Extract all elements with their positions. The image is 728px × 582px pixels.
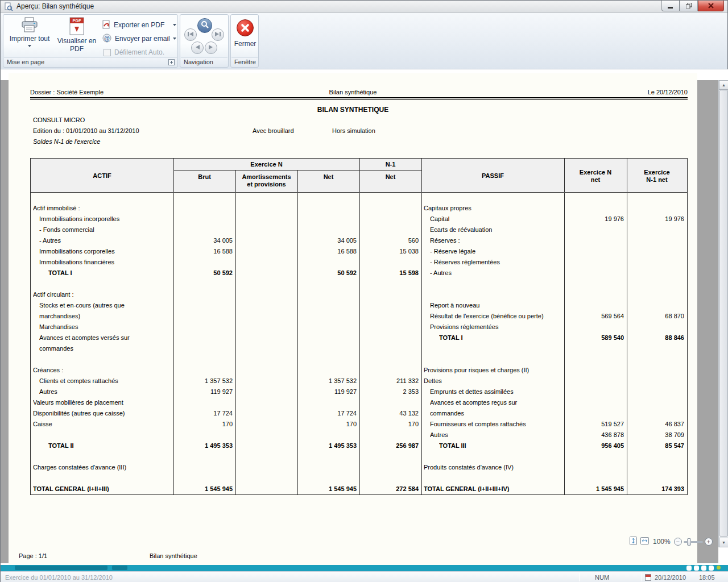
obscured-text-fragment (112, 566, 127, 570)
exporter-caret-icon[interactable] (173, 24, 176, 26)
table-row: Immobilisations corporelles16 58816 5881… (31, 246, 687, 257)
close-red-icon (237, 19, 254, 36)
visualiser-pdf-button[interactable]: PDF Visualiser en PDF (55, 17, 99, 63)
passif-label: Fournisseurs et comptes rattachés (430, 419, 561, 430)
table-row: Autres119 927119 9272 353Emprunts et det… (31, 386, 687, 397)
header-exercice-n1-net: Exercice N-1 net (627, 169, 687, 184)
restore-button[interactable] (680, 1, 698, 11)
table-row: Actif circulant : (31, 289, 687, 300)
header-brut: Brut (173, 173, 235, 181)
imprimer-tout-button[interactable]: Imprimer tout (7, 17, 52, 59)
actif-n1-value: 256 987 (359, 440, 419, 451)
defilement-auto-label: Défilement Auto. (114, 48, 164, 56)
passif-label: Report à nouveau (430, 300, 561, 311)
actif-brut-value: 1 357 532 (173, 376, 233, 386)
toolbar: Imprimer tout PDF Visualiser en PDF Expo… (1, 13, 727, 69)
nav-last-button[interactable] (212, 28, 224, 41)
page-margin-right (697, 80, 718, 563)
passif-label: Ecarts de réévaluation (430, 225, 561, 235)
passif-label: Capital (430, 214, 561, 225)
minimize-button[interactable] (661, 1, 680, 11)
actif-net-value: 50 592 (297, 268, 357, 278)
passif-label: - Réserve légale (430, 246, 561, 257)
zoom-bar: 100% − + (628, 535, 718, 548)
actif-label: Actif circulant : (33, 289, 171, 300)
envoyer-caret-icon[interactable] (173, 38, 176, 40)
table-row: Immobilisations incorporellesCapital19 9… (31, 214, 687, 225)
fermer-button[interactable]: Fermer (232, 18, 258, 58)
zoom-out-button[interactable]: − (674, 538, 682, 546)
passif-label: Provisions réglementées (430, 322, 561, 332)
passif-label: Résultat de l'exercice (bénéfice ou pert… (430, 311, 561, 322)
passif-label: Autres (430, 430, 561, 440)
nav-next-button[interactable] (205, 41, 217, 54)
doc-title: BILAN SYNTHETIQUE (9, 106, 697, 114)
header-exercice-n-net: Exercice N net (564, 169, 627, 184)
passif-n-value: 1 545 945 (564, 484, 624, 494)
actif-net-value: 1 545 945 (297, 484, 357, 494)
scroll-up-button[interactable]: ▲ (719, 80, 728, 90)
table-body: Actif immobilisé :Capitaux propresImmobi… (31, 193, 687, 494)
actif-net-value: 119 927 (297, 386, 357, 397)
pdf-file-icon: PDF (69, 29, 84, 37)
nav-first-button[interactable] (184, 28, 197, 41)
passif-label: Produits constatés d'avance (IV) (424, 462, 561, 473)
obscured-text-fragment (15, 566, 107, 570)
actif-net-value: 34 005 (297, 235, 357, 246)
actif-label: Charges constatées d'avance (III) (33, 462, 171, 473)
table-row: Clients et comptes rattachés1 357 5321 3… (31, 376, 687, 386)
table-row: Autres436 87838 709 (31, 430, 687, 440)
header-net-n1: Net (359, 173, 421, 181)
defilement-auto-checkbox[interactable]: Défilement Auto. (104, 47, 177, 57)
document-page: Dossier : Société Exemple Bilan synthéti… (9, 73, 697, 565)
scroll-down-button[interactable]: ▼ (719, 538, 728, 547)
status-exercice: Exercice du 01/01/2010 au 31/12/2010 (5, 574, 113, 581)
zoom-slider[interactable] (684, 541, 703, 543)
zoom-in-button[interactable]: + (705, 538, 713, 546)
header-exercice-n: Exercice N (173, 161, 359, 168)
actif-n1-value: 2 353 (359, 386, 419, 397)
actif-label: TOTAL II (48, 440, 171, 451)
preview-window-icon (4, 2, 13, 14)
scrollbar-thumb[interactable] (719, 90, 728, 537)
navigation-label: Navigation (184, 59, 213, 65)
footer-page-number: Page : 1/1 (19, 552, 47, 559)
header-net: Net (297, 173, 359, 181)
passif-n-value: 436 878 (564, 430, 624, 440)
actif-brut-value: 1 545 945 (173, 484, 233, 494)
fit-page-button[interactable] (628, 536, 638, 548)
passif-label: Réserves : (430, 235, 561, 246)
passif-n-value: 19 976 (564, 214, 624, 225)
passif-n1-value: 68 870 (627, 311, 684, 322)
passif-n1-value: 19 976 (627, 214, 684, 225)
vertical-scrollbar[interactable]: ▲ ▼ (718, 80, 728, 547)
close-button[interactable] (698, 1, 724, 11)
table-row: commandes (31, 343, 687, 354)
exporter-pdf-button[interactable]: Exporter en PDF (102, 20, 176, 30)
app-bar-behind (1, 565, 728, 571)
passif-label: - Autres (430, 268, 561, 278)
zoom-slider-handle[interactable] (687, 538, 691, 546)
title-bar: Aperçu: Bilan synthétique (1, 1, 727, 13)
actif-label: Valeurs mobilières de placement (33, 397, 171, 408)
company-name: CONSULT MICRO (33, 117, 85, 123)
zoom-tool-button[interactable] (197, 18, 212, 33)
status-bar: Exercice du 01/01/2010 au 31/12/2010 NUM… (1, 571, 728, 582)
actif-net-value: 17 724 (297, 408, 357, 419)
dialog-launcher-icon[interactable] (168, 59, 175, 65)
table-row: Stocks et en-cours (autres queReport à n… (31, 300, 687, 311)
envoyer-email-button[interactable]: @ Envoyer par email (102, 34, 176, 44)
first-page-icon (187, 30, 194, 40)
group-label-fenetre: Fenêtre (231, 57, 258, 66)
imprimer-tout-label: Imprimer tout (7, 35, 52, 43)
table-row: marchandises)Résultat de l'exercice (bén… (31, 311, 687, 322)
actif-label: - Fonds commercial (39, 225, 171, 235)
calendar-icon (645, 574, 651, 581)
fit-width-button[interactable] (640, 536, 650, 548)
app-logo-partial (701, 566, 706, 571)
actif-net-value: 1 495 353 (297, 440, 357, 451)
table-row: MarchandisesProvisions réglementées (31, 322, 687, 332)
passif-n1-value: 88 846 (627, 332, 684, 343)
table-row: Créances :Provisions pour risques et cha… (31, 365, 687, 376)
nav-prev-button[interactable] (191, 41, 204, 54)
